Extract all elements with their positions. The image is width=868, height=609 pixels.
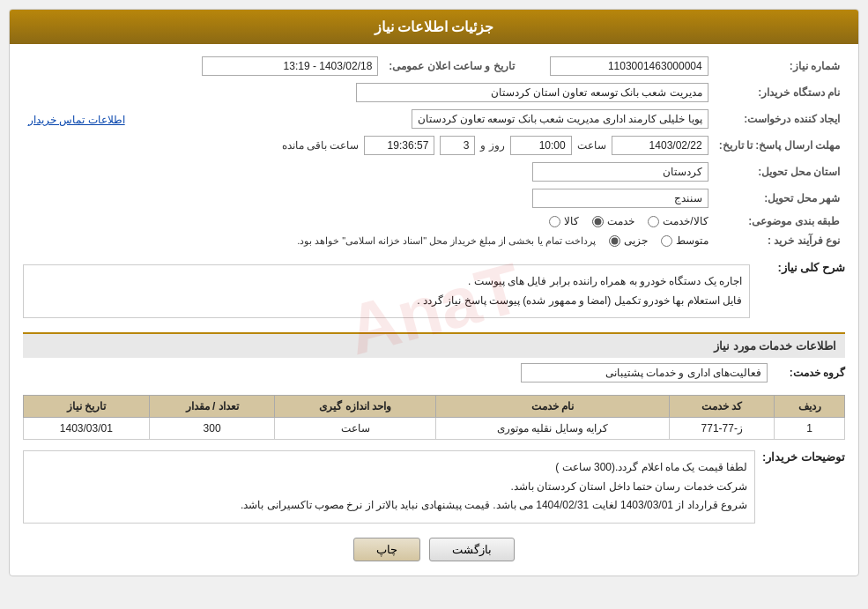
col-vahed: واحد اندازه گیری xyxy=(275,396,436,418)
info-table: شماره نیاز: 1103001463000004 تاریخ و ساع… xyxy=(23,53,845,250)
cell-nam: کرایه وسایل نقلیه موتوری xyxy=(436,418,670,440)
col-radif: ردیف xyxy=(775,396,845,418)
sharh-box: اجاره یک دستگاه خودرو به همراه راننده بر… xyxy=(23,264,750,318)
mohlat-baqi: 19:36:57 xyxy=(364,136,434,155)
radio-khedmat-input[interactable] xyxy=(592,216,604,227)
nam-dastgah-label: نام دستگاه خریدار: xyxy=(714,79,845,106)
footer-buttons: بازگشت چاپ xyxy=(23,538,845,561)
mohlat-saat-label: ساعت xyxy=(577,139,606,152)
sharh-line1: اجاره یک دستگاه خودرو به همراه راننده بر… xyxy=(31,272,742,292)
radio-jozii-label: جزیی xyxy=(624,234,648,247)
col-kod: کد خدمت xyxy=(670,396,775,418)
mohlat-roz: 3 xyxy=(440,136,475,155)
tabagheh-label: طبقه بندی موضوعی: xyxy=(714,212,845,231)
radio-motavset[interactable]: متوسط xyxy=(661,234,708,247)
tarikh-label: تاریخ و ساعت اعلان عمومی: xyxy=(383,53,519,79)
ijad-konande-value: پویا خلیلی کارمند اداری مدیریت شعب بانک … xyxy=(412,109,708,129)
cell-radif: 1 xyxy=(775,418,845,440)
cell-kod: ز-77-771 xyxy=(670,418,775,440)
page-title: جزئیات اطلاعات نیاز xyxy=(10,10,858,44)
tozihat-row: توضیحات خریدار: لطفا قیمت یک ماه اعلام گ… xyxy=(23,447,845,527)
shahr-label: شهر محل تحویل: xyxy=(714,185,845,212)
services-table: ردیف کد خدمت نام خدمت واحد اندازه گیری ت… xyxy=(23,395,845,440)
shomara-niaz-label: شماره نیاز: xyxy=(714,53,845,79)
radio-jozii[interactable]: جزیی xyxy=(609,234,648,247)
noe-farayand-label: نوع فرآیند خرید : xyxy=(714,231,845,250)
col-tarikh: تاریخ نیاز xyxy=(24,396,150,418)
ijad-konande-label: ایجاد کننده درخواست: xyxy=(714,106,845,132)
col-nam: نام خدمت xyxy=(436,396,670,418)
radio-khedmat-label: خدمت xyxy=(607,215,634,227)
nam-dastgah-value: مدیریت شعب بانک توسعه تعاون استان کردستا… xyxy=(356,83,708,102)
radio-kala-khedmat-label: کالا/خدمت xyxy=(663,215,708,227)
radio-kala[interactable]: کالا xyxy=(549,215,579,227)
mohlat-roz-label: روز و xyxy=(480,139,504,152)
ostan-value: کردستان xyxy=(532,162,708,182)
tarikh-value: 1403/02/18 - 13:19 xyxy=(202,56,378,76)
etelaaat-tamas-link[interactable]: اطلاعات تماس خریدار xyxy=(28,114,125,126)
cell-vahed: ساعت xyxy=(275,418,436,440)
goroh-value: فعالیت‌های اداری و خدمات پشتیبانی xyxy=(521,363,768,382)
sharh-label: شرح کلی نیاز: xyxy=(757,261,845,274)
cell-tarikh: 1403/03/01 xyxy=(24,418,150,440)
tozihat-line3: شروع قرارداد از 1403/03/01 لغایت 1404/02… xyxy=(31,496,747,516)
mohlat-label: مهلت ارسال پاسخ: تا تاریخ: xyxy=(714,132,845,159)
shomara-niaz-value: 1103001463000004 xyxy=(550,56,708,76)
mohlat-baqi-label: ساعت باقی مانده xyxy=(282,139,360,152)
radio-kala-khedmat-input[interactable] xyxy=(648,216,659,227)
radio-khedmat[interactable]: خدمت xyxy=(592,215,634,227)
radio-motavset-label: متوسط xyxy=(676,234,708,247)
noe-farayand-radio-group: متوسط جزیی xyxy=(609,234,708,247)
shahr-value: سنندج xyxy=(532,189,708,208)
tabagheh-radio-group: کالا/خدمت خدمت کالا xyxy=(28,215,708,227)
radio-kala-label: کالا xyxy=(564,215,579,227)
table-row: 1ز-77-771کرایه وسایل نقلیه موتوریساعت300… xyxy=(24,418,845,440)
tozihat-box: لطفا قیمت یک ماه اعلام گردد.(300 ساعت ) … xyxy=(23,450,755,524)
ostan-label: استان محل تحویل: xyxy=(714,159,845,185)
sharh-line2: فایل استعلام بها خودرو تکمیل (امضا و ممه… xyxy=(31,292,742,311)
col-tedad: تعداد / مقدار xyxy=(149,396,275,418)
goroh-label: گروه خدمت: xyxy=(775,367,845,379)
radio-kala-input[interactable] xyxy=(549,216,560,227)
tozihat-label: توضیحات خریدار: xyxy=(762,450,845,464)
radio-motavset-input[interactable] xyxy=(661,235,672,247)
noe-farayand-note: پرداخت تمام یا بخشی از مبلغ خریداز محل "… xyxy=(297,235,596,247)
radio-kala-khedmat[interactable]: کالا/خدمت xyxy=(648,215,708,227)
services-header: اطلاعات خدمات مورد نیاز xyxy=(23,332,845,358)
radio-jozii-input[interactable] xyxy=(609,235,620,247)
mohlat-date: 1403/02/22 xyxy=(612,136,708,155)
cell-tedad: 300 xyxy=(149,418,275,440)
tozihat-line1: لطفا قیمت یک ماه اعلام گردد.(300 ساعت ) xyxy=(31,458,747,478)
back-button[interactable]: بازگشت xyxy=(429,538,515,561)
print-button[interactable]: چاپ xyxy=(353,538,420,561)
mohlat-saat: 10:00 xyxy=(510,136,572,155)
tozihat-line2: شرکت خدمات رسان حتما داخل استان کردستان … xyxy=(31,478,747,497)
